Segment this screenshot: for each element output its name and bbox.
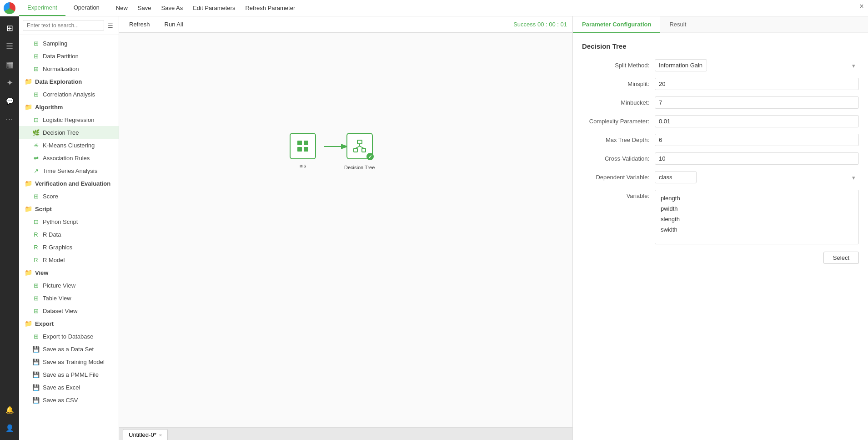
- menu-edit-parameters[interactable]: Edit Parameters: [188, 3, 240, 13]
- item-save-csv[interactable]: 💾 Save as CSV: [19, 394, 119, 406]
- menu-refresh-parameter[interactable]: Refresh Parameter: [241, 3, 300, 13]
- category-export[interactable]: 📁 Export: [19, 317, 119, 330]
- menu-new[interactable]: New: [111, 3, 132, 13]
- item-python[interactable]: ⊡ Python Script: [19, 215, 119, 228]
- cross-validation-input[interactable]: [655, 152, 859, 165]
- variable-pwidth[interactable]: pwidth: [659, 203, 855, 214]
- canvas-area: Refresh Run All Success 00 : 00 : 01: [119, 16, 572, 440]
- item-score[interactable]: ⊞ Score: [19, 190, 119, 202]
- canvas-toolbar: Refresh Run All Success 00 : 00 : 01: [119, 16, 572, 33]
- kmeans-icon: ✳: [32, 141, 40, 149]
- item-correlation[interactable]: ⊞ Correlation Analysis: [19, 88, 119, 101]
- correlation-icon: ⊞: [32, 90, 40, 98]
- right-tabs: Parameter Configuration Result: [573, 16, 868, 33]
- tab-parameter-config[interactable]: Parameter Configuration: [573, 16, 660, 33]
- iris-icon: [296, 139, 310, 153]
- item-association[interactable]: ⇌ Association Rules: [19, 152, 119, 164]
- dependent-var-select[interactable]: class sepal_length sepal_width: [655, 171, 697, 183]
- tab-experiment[interactable]: Experiment: [19, 0, 65, 16]
- decision-tree-node-box[interactable]: ✓: [346, 133, 373, 159]
- tab-result[interactable]: Result: [660, 16, 695, 33]
- item-timeseries[interactable]: ↗ Time Series Analysis: [19, 164, 119, 177]
- category-view[interactable]: 📁 View: [19, 266, 119, 279]
- run-all-button[interactable]: Run All: [160, 19, 188, 30]
- norm-icon: ⊞: [32, 65, 40, 73]
- item-save-model[interactable]: 💾 Save as Training Model: [19, 355, 119, 368]
- item-rmodel[interactable]: R R Model: [19, 253, 119, 266]
- minbucket-label: Minbucket:: [582, 96, 655, 106]
- bell-icon[interactable]: 🔔: [1, 402, 18, 418]
- item-rgraphics[interactable]: R R Graphics: [19, 241, 119, 253]
- home-icon[interactable]: ⊞: [1, 20, 18, 36]
- max-depth-input[interactable]: [655, 134, 859, 146]
- item-picture-view[interactable]: ⊞ Picture View: [19, 279, 119, 292]
- category-verification[interactable]: 📁 Verification and Evaluation: [19, 177, 119, 190]
- split-method-select[interactable]: Information Gain Gini ANOVA: [655, 59, 707, 71]
- category-algorithm[interactable]: 📁 Algorithm: [19, 101, 119, 113]
- menu-save[interactable]: Save: [133, 3, 156, 13]
- item-data-partition[interactable]: ⊞ Data Partition: [19, 50, 119, 62]
- variable-slength[interactable]: slength: [659, 214, 855, 224]
- chart-icon[interactable]: ▦: [1, 56, 18, 73]
- folder-icon3: 📁: [25, 180, 32, 187]
- item-save-excel[interactable]: 💾 Save as Excel: [19, 381, 119, 394]
- iris-node-box[interactable]: [290, 133, 316, 159]
- minbucket-input[interactable]: [655, 96, 859, 109]
- timeseries-icon: ↗: [32, 167, 40, 175]
- iris-node[interactable]: iris: [290, 133, 316, 168]
- dependent-var-label: Dependent Variable:: [582, 171, 655, 181]
- item-sampling[interactable]: ⊞ Sampling: [19, 37, 119, 50]
- table-view-icon: ⊞: [32, 294, 40, 302]
- cross-validation-row: Cross-Validation:: [582, 152, 859, 165]
- item-export-db[interactable]: ⊞ Export to Database: [19, 330, 119, 343]
- variable-list[interactable]: plength pwidth slength swidth: [655, 190, 859, 244]
- close-button[interactable]: ×: [855, 0, 868, 13]
- item-logistic[interactable]: ⊡ Logistic Regression: [19, 113, 119, 126]
- folder-icon5: 📁: [25, 269, 32, 276]
- svg-rect-3: [297, 147, 302, 152]
- complexity-input[interactable]: [655, 115, 859, 127]
- variable-label: Variable:: [582, 190, 655, 199]
- folder-icon6: 📁: [25, 320, 32, 327]
- canvas-tabs: Untitled-0* ×: [119, 427, 572, 440]
- search-menu-icon[interactable]: ☰: [106, 21, 115, 30]
- canvas-workspace[interactable]: iris: [119, 33, 572, 427]
- connection-line: [119, 33, 572, 427]
- variable-swidth[interactable]: swidth: [659, 224, 855, 235]
- tool-icon[interactable]: ✦: [1, 75, 18, 91]
- dataset-view-icon: ⊞: [32, 307, 40, 315]
- comment-icon[interactable]: 💬: [1, 93, 18, 109]
- item-save-pmml[interactable]: 💾 Save as a PMML File: [19, 368, 119, 381]
- item-rdata[interactable]: R R Data: [19, 228, 119, 241]
- canvas-tab-untitled[interactable]: Untitled-0* ×: [123, 429, 168, 440]
- variable-plength[interactable]: plength: [659, 193, 855, 203]
- dots-icon[interactable]: ···: [1, 111, 18, 127]
- select-button[interactable]: Select: [823, 252, 859, 264]
- item-decision-tree[interactable]: 🌿 Decision Tree: [19, 126, 119, 139]
- minsplit-input[interactable]: [655, 78, 859, 90]
- item-dataset-view[interactable]: ⊞ Dataset View: [19, 304, 119, 317]
- decision-tree-node[interactable]: ✓ Decision Tree: [344, 133, 375, 170]
- complexity-row: Complexity Parameter:: [582, 115, 859, 127]
- item-kmeans[interactable]: ✳ K-Means Clustering: [19, 139, 119, 152]
- item-save-dataset[interactable]: 💾 Save as a Data Set: [19, 343, 119, 355]
- category-script[interactable]: 📁 Script: [19, 202, 119, 215]
- save-pmml-icon: 💾: [32, 370, 40, 379]
- python-icon: ⊡: [32, 217, 40, 226]
- data-icon[interactable]: ☰: [1, 38, 18, 55]
- export-db-icon: ⊞: [32, 332, 40, 340]
- svg-rect-5: [304, 147, 308, 152]
- search-input[interactable]: [23, 20, 104, 31]
- user-icon[interactable]: 👤: [1, 420, 18, 436]
- tab-close-icon[interactable]: ×: [159, 432, 162, 438]
- item-table-view[interactable]: ⊞ Table View: [19, 292, 119, 304]
- cross-validation-label: Cross-Validation:: [582, 152, 655, 162]
- picture-view-icon: ⊞: [32, 281, 40, 289]
- split-method-wrapper: Information Gain Gini ANOVA: [655, 59, 859, 71]
- item-normalization[interactable]: ⊞ Normalization: [19, 62, 119, 75]
- tab-operation[interactable]: Operation: [65, 0, 108, 16]
- menu-save-as[interactable]: Save As: [157, 3, 188, 13]
- variable-row: Variable: plength pwidth slength swidth: [582, 190, 859, 244]
- category-data-exploration[interactable]: 📁 Data Exploration: [19, 75, 119, 88]
- refresh-button[interactable]: Refresh: [125, 19, 155, 30]
